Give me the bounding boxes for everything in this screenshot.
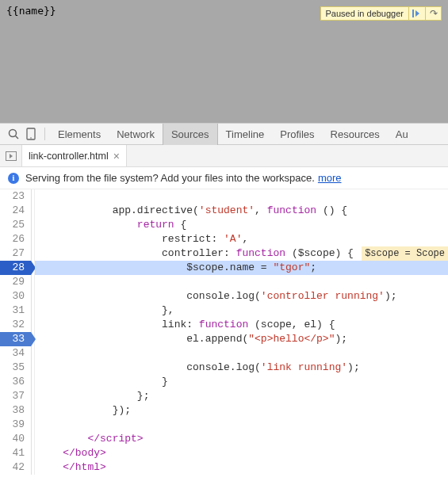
line-number[interactable]: 41 bbox=[0, 446, 31, 460]
inline-value-hint: $scope = Scope bbox=[362, 246, 448, 261]
code-line[interactable] bbox=[35, 189, 448, 204]
toolbar-divider bbox=[44, 128, 45, 140]
tab-timeline[interactable]: Timeline bbox=[218, 124, 273, 145]
line-number[interactable]: 27 bbox=[0, 246, 31, 261]
info-link[interactable]: more bbox=[318, 172, 342, 184]
inspect-button[interactable] bbox=[5, 128, 22, 139]
line-number[interactable]: 32 bbox=[0, 318, 31, 332]
code-line[interactable]: </html> bbox=[35, 460, 448, 475]
line-number[interactable]: 30 bbox=[0, 289, 31, 304]
line-number[interactable]: 24 bbox=[0, 204, 31, 218]
code-line[interactable]: }; bbox=[35, 389, 448, 403]
line-number[interactable]: 35 bbox=[0, 361, 31, 375]
code-line[interactable]: link: function (scope, el) { bbox=[35, 318, 448, 332]
code-line[interactable]: </body> bbox=[35, 446, 448, 460]
line-number[interactable]: 37 bbox=[0, 389, 31, 403]
code-area[interactable]: app.directive('student', function () { r… bbox=[35, 189, 448, 475]
resume-icon bbox=[415, 10, 419, 17]
devtools-toolbar: ElementsNetworkSourcesTimelineProfilesRe… bbox=[0, 123, 448, 145]
code-line[interactable]: return { bbox=[35, 218, 448, 232]
code-line[interactable]: controller: function ($scope) {$scope = … bbox=[35, 246, 448, 261]
code-line[interactable]: } bbox=[35, 375, 448, 389]
panel-icon bbox=[6, 151, 17, 161]
line-number[interactable]: 42 bbox=[0, 460, 31, 475]
close-tab-button[interactable]: × bbox=[113, 150, 120, 162]
line-number[interactable]: 26 bbox=[0, 232, 31, 246]
svg-point-0 bbox=[10, 130, 17, 137]
svg-marker-5 bbox=[10, 154, 13, 158]
step-over-button[interactable]: ↷ bbox=[425, 7, 441, 20]
info-icon: i bbox=[8, 173, 19, 184]
device-icon bbox=[26, 128, 36, 140]
line-number[interactable]: 25 bbox=[0, 218, 31, 232]
svg-line-1 bbox=[16, 136, 19, 139]
line-number[interactable]: 39 bbox=[0, 418, 31, 432]
viewport-content: {{name}} bbox=[6, 5, 56, 17]
line-number[interactable]: 34 bbox=[0, 346, 31, 361]
resume-button[interactable] bbox=[409, 7, 425, 20]
device-mode-button[interactable] bbox=[22, 128, 40, 140]
tab-network[interactable]: Network bbox=[109, 124, 163, 145]
code-line[interactable] bbox=[35, 418, 448, 432]
tab-profiles[interactable]: Profiles bbox=[272, 124, 322, 145]
svg-point-3 bbox=[30, 137, 32, 139]
page-viewport: {{name}} Paused in debugger ↷ bbox=[0, 0, 448, 123]
debugger-badge: Paused in debugger ↷ bbox=[320, 6, 442, 21]
line-gutter[interactable]: 2324252627282930313233343536373839404142 bbox=[0, 189, 32, 475]
tab-elements[interactable]: Elements bbox=[50, 124, 109, 145]
line-number[interactable]: 40 bbox=[0, 432, 31, 446]
navigator-toggle[interactable] bbox=[0, 145, 22, 166]
line-number[interactable]: 23 bbox=[0, 189, 31, 204]
line-number[interactable]: 28 bbox=[0, 261, 31, 275]
line-number[interactable]: 31 bbox=[0, 304, 31, 318]
code-line[interactable]: app.directive('student', function () { bbox=[35, 204, 448, 218]
code-editor[interactable]: 2324252627282930313233343536373839404142… bbox=[0, 189, 448, 475]
code-line[interactable]: $scope.name = "tgor"; bbox=[35, 261, 448, 275]
info-message: Serving from the file system? Add your f… bbox=[25, 172, 315, 184]
code-line[interactable]: console.log('link running'); bbox=[35, 361, 448, 375]
tab-sources[interactable]: Sources bbox=[163, 124, 218, 145]
line-number[interactable]: 38 bbox=[0, 403, 31, 418]
line-number[interactable]: 36 bbox=[0, 375, 31, 389]
debugger-label: Paused in debugger bbox=[321, 7, 409, 20]
step-over-icon: ↷ bbox=[430, 8, 438, 19]
code-line[interactable] bbox=[35, 275, 448, 289]
tab-au[interactable]: Au bbox=[388, 124, 416, 145]
code-line[interactable]: }); bbox=[35, 403, 448, 418]
info-bar: i Serving from the file system? Add your… bbox=[0, 167, 448, 189]
line-number[interactable]: 33 bbox=[0, 332, 31, 346]
code-line[interactable]: </script> bbox=[35, 432, 448, 446]
file-tab-name: link-controller.html bbox=[29, 151, 109, 162]
code-line[interactable] bbox=[35, 346, 448, 361]
line-number[interactable]: 29 bbox=[0, 275, 31, 289]
file-tab-bar: link-controller.html × bbox=[0, 145, 448, 167]
code-line[interactable]: restrict: 'A', bbox=[35, 232, 448, 246]
code-line[interactable]: console.log('controller running'); bbox=[35, 289, 448, 304]
file-tab[interactable]: link-controller.html × bbox=[22, 145, 127, 166]
code-line[interactable]: }, bbox=[35, 304, 448, 318]
code-line[interactable]: el.append("<p>hello</p>"); bbox=[35, 332, 448, 346]
tab-resources[interactable]: Resources bbox=[323, 124, 388, 145]
search-icon bbox=[8, 128, 19, 139]
